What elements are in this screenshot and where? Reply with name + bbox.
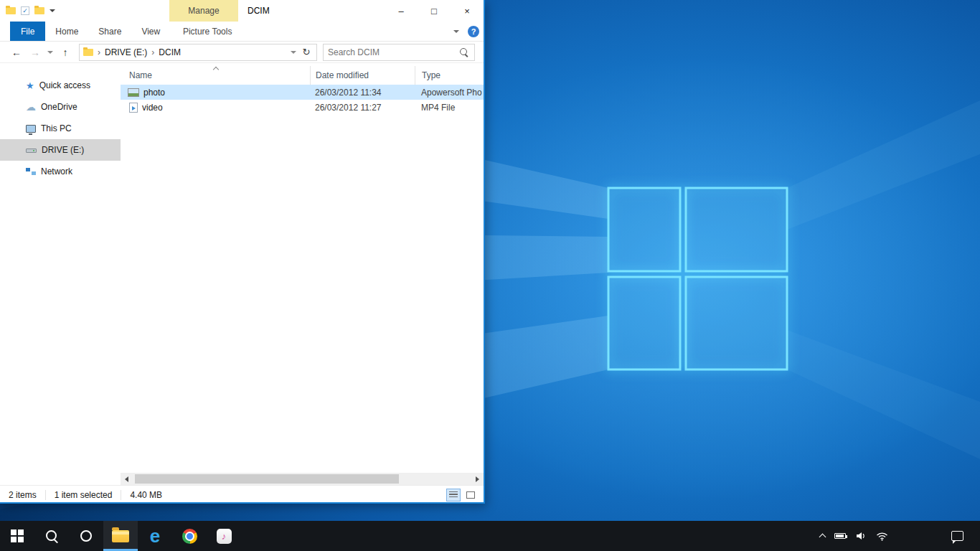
sidebar-item-label: OneDrive (41, 102, 77, 112)
sidebar-item-label: Quick access (39, 80, 90, 90)
address-dropdown-chevron-icon[interactable] (291, 51, 296, 54)
breadcrumb-drive[interactable]: DRIVE (E:) (105, 47, 147, 57)
network-icon (26, 168, 36, 175)
cortana-button[interactable] (69, 521, 103, 551)
window-title: DCIM (248, 0, 270, 22)
new-folder-button[interactable] (34, 7, 44, 14)
edge-icon: e (150, 527, 160, 545)
titlebar[interactable]: ✓ Manage DCIM – □ × (0, 0, 484, 22)
sidebar-item-this-pc[interactable]: This PC (0, 118, 121, 139)
maximize-button[interactable]: □ (418, 0, 451, 22)
hidden-icons-chevron-icon[interactable] (819, 534, 826, 541)
file-date-modified: 26/03/2012 11:34 (310, 88, 415, 98)
address-bar[interactable]: › DRIVE (E:) › DCIM ↻ (79, 44, 317, 61)
file-type: MP4 File (415, 103, 484, 113)
forward-button[interactable]: → (26, 47, 44, 58)
taskbar-edge-button[interactable]: e (138, 521, 172, 551)
start-button[interactable] (0, 521, 34, 551)
close-button[interactable]: × (451, 0, 484, 22)
quick-access-toolbar: ✓ (6, 6, 55, 15)
contextual-group-manage[interactable]: Manage (169, 0, 238, 22)
action-center-button[interactable] (943, 521, 971, 551)
navigation-pane: ★ Quick access ☁ OneDrive This PC DRIVE … (0, 63, 121, 485)
itunes-icon: ♪ (217, 529, 232, 544)
explorer-app-icon (6, 7, 16, 14)
column-headers: Name Date modified Type (121, 66, 484, 85)
video-file-icon (129, 103, 138, 113)
search-input[interactable] (324, 47, 458, 57)
search-icon (44, 529, 59, 543)
breadcrumb-separator: › (151, 47, 154, 57)
horizontal-scrollbar[interactable] (121, 473, 484, 485)
scrollbar-thumb[interactable] (135, 474, 399, 484)
recent-locations-chevron-icon[interactable] (47, 51, 53, 54)
status-bar: 2 items 1 item selected 4.40 MB (0, 485, 484, 504)
file-list-empty-area[interactable] (121, 115, 484, 473)
tab-home[interactable]: Home (45, 22, 88, 41)
column-header-type[interactable]: Type (415, 66, 484, 85)
sidebar-item-label: DRIVE (E:) (42, 145, 84, 155)
sidebar-item-onedrive[interactable]: ☁ OneDrive (0, 96, 121, 118)
sidebar-item-quick-access[interactable]: ★ Quick access (0, 75, 121, 96)
search-box (323, 44, 475, 61)
location-folder-icon (83, 49, 93, 56)
cloud-icon: ☁ (26, 102, 36, 112)
address-toolbar: ← → ↑ › DRIVE (E:) › DCIM ↻ (0, 42, 484, 63)
file-list: Name Date modified Type photo 26/03/2012… (121, 63, 484, 485)
selection-size: 4.40 MB (121, 490, 171, 500)
taskbar-itunes-button[interactable]: ♪ (207, 521, 241, 551)
large-icons-view-button[interactable] (463, 489, 478, 501)
taskbar-search-button[interactable] (34, 521, 69, 551)
cortana-icon (80, 530, 92, 542)
help-button[interactable]: ? (468, 26, 479, 37)
details-view-button[interactable] (446, 489, 461, 501)
drive-icon (26, 149, 37, 153)
back-button[interactable]: ← (7, 47, 26, 58)
minimize-button[interactable]: – (385, 0, 418, 22)
tab-view[interactable]: View (131, 22, 170, 41)
sidebar-item-network[interactable]: Network (0, 161, 121, 182)
refresh-button[interactable]: ↻ (299, 47, 314, 57)
up-button[interactable]: ↑ (56, 47, 75, 58)
breadcrumb-dcim[interactable]: DCIM (159, 47, 181, 57)
photo-file-icon (128, 88, 139, 97)
scroll-left-button[interactable] (121, 473, 133, 485)
items-count: 2 items (7, 490, 46, 500)
taskbar-chrome-button[interactable] (172, 521, 207, 551)
scroll-right-button[interactable] (471, 473, 484, 485)
large-icons-view-icon (466, 491, 475, 499)
sidebar-item-label: Network (41, 166, 72, 176)
volume-icon[interactable] (855, 530, 867, 542)
column-header-date-modified[interactable]: Date modified (310, 66, 415, 85)
caption-buttons: – □ × (385, 0, 484, 22)
battery-icon[interactable] (834, 533, 846, 539)
windows-logo-icon (11, 529, 24, 542)
tab-share[interactable]: Share (88, 22, 131, 41)
customize-quick-access-chevron-icon[interactable] (50, 9, 55, 12)
sidebar-item-drive-e[interactable]: DRIVE (E:) (0, 139, 121, 161)
file-row-video[interactable]: video 26/03/2012 11:27 MP4 File (121, 100, 484, 115)
file-row-photo[interactable]: photo 26/03/2012 11:34 Apowersoft Pho (121, 85, 484, 100)
network-wifi-icon[interactable] (876, 530, 888, 542)
properties-button[interactable]: ✓ (21, 6, 29, 15)
star-icon: ★ (26, 81, 34, 90)
tab-file[interactable]: File (10, 22, 45, 41)
file-explorer-window: ✓ Manage DCIM – □ × File Home Share View… (0, 0, 485, 504)
selection-status: 1 item selected (46, 490, 122, 500)
search-icon (458, 47, 470, 58)
tab-picture-tools[interactable]: Picture Tools (173, 22, 242, 41)
file-name: photo (143, 88, 165, 98)
taskbar-file-explorer-button[interactable] (103, 521, 138, 551)
ribbon-tab-bar: File Home Share View Picture Tools ? (0, 22, 484, 42)
system-tray (820, 521, 888, 551)
minimize-ribbon-chevron-icon[interactable] (453, 30, 459, 33)
sidebar-item-label: This PC (41, 123, 72, 133)
file-date-modified: 26/03/2012 11:27 (310, 103, 415, 113)
file-type: Apowersoft Pho (415, 88, 484, 98)
taskbar: e ♪ (0, 521, 980, 551)
monitor-icon (26, 125, 36, 133)
folder-icon (112, 530, 129, 542)
chrome-icon (182, 529, 197, 544)
action-center-icon (951, 531, 963, 541)
details-view-icon (449, 491, 458, 499)
